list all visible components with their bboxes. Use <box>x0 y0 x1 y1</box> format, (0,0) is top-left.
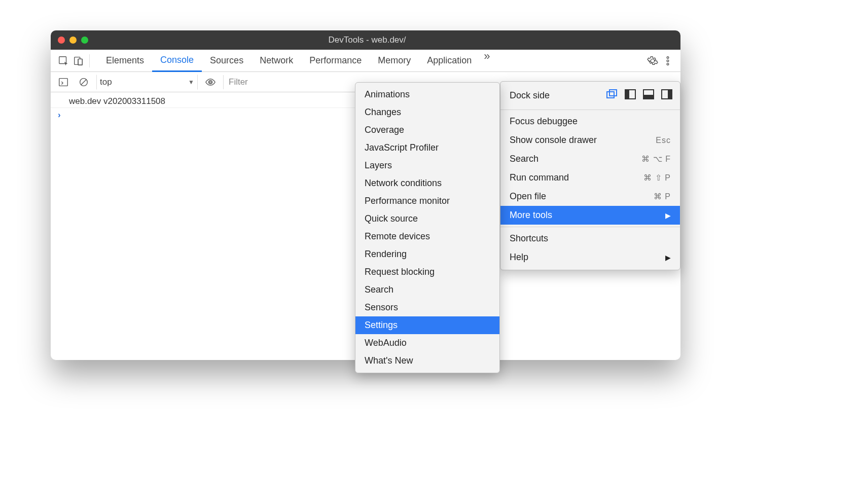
close-window-icon[interactable] <box>58 37 65 44</box>
tab-application[interactable]: Application <box>419 50 480 71</box>
dock-undock-icon[interactable] <box>606 89 618 102</box>
chevron-down-icon: ▼ <box>188 79 194 86</box>
svg-rect-16 <box>643 95 654 99</box>
svg-rect-11 <box>607 92 614 98</box>
dock-left-icon[interactable] <box>624 89 636 102</box>
maximize-window-icon[interactable] <box>81 37 88 44</box>
svg-rect-18 <box>668 90 672 99</box>
svg-rect-2 <box>78 59 82 65</box>
submenu-webaudio[interactable]: WebAudio <box>355 334 499 352</box>
window-title: DevTools - web.dev/ <box>88 35 646 45</box>
submenu-arrow-icon: ▶ <box>665 211 671 220</box>
live-expression-eye-icon[interactable] <box>203 75 218 90</box>
submenu-changes[interactable]: Changes <box>355 103 499 121</box>
submenu-remote-devices[interactable]: Remote devices <box>355 228 499 245</box>
context-selector[interactable]: top ▼ <box>96 75 198 90</box>
device-toolbar-icon[interactable] <box>71 53 86 68</box>
menu-shortcuts[interactable]: Shortcuts <box>500 229 680 248</box>
clear-console-icon[interactable] <box>76 75 91 90</box>
more-tabs-icon[interactable]: » <box>480 50 494 71</box>
tab-memory[interactable]: Memory <box>370 50 419 71</box>
inspect-element-icon[interactable] <box>56 53 71 68</box>
submenu-whats-new[interactable]: What's New <box>355 352 499 370</box>
tab-performance[interactable]: Performance <box>301 50 370 71</box>
divider <box>89 54 90 67</box>
menu-more-tools[interactable]: More tools▶ <box>500 206 680 225</box>
submenu-performance-monitor[interactable]: Performance monitor <box>355 192 499 210</box>
menu-focus-debuggee[interactable]: Focus debuggee <box>500 112 680 131</box>
tab-elements[interactable]: Elements <box>98 50 152 71</box>
dock-right-icon[interactable] <box>661 89 673 102</box>
menu-help[interactable]: Help▶ <box>500 248 680 267</box>
svg-rect-14 <box>625 90 629 99</box>
menu-run-command[interactable]: Run command⌘ ⇧ P <box>500 168 680 187</box>
more-tools-submenu: Animations Changes Coverage JavaScript P… <box>355 82 500 373</box>
svg-point-5 <box>667 60 669 62</box>
menu-separator <box>500 110 680 110</box>
dock-side-label: Dock side <box>510 90 550 101</box>
submenu-sensors[interactable]: Sensors <box>355 299 499 316</box>
tab-console[interactable]: Console <box>152 50 202 72</box>
svg-point-10 <box>209 81 211 83</box>
submenu-search[interactable]: Search <box>355 281 499 299</box>
tab-network[interactable]: Network <box>252 50 301 71</box>
submenu-request-blocking[interactable]: Request blocking <box>355 263 499 281</box>
kebab-menu-icon[interactable] <box>660 53 675 68</box>
submenu-javascript-profiler[interactable]: JavaScript Profiler <box>355 139 499 157</box>
svg-rect-7 <box>59 78 68 86</box>
submenu-arrow-icon: ▶ <box>665 254 671 262</box>
menu-separator <box>500 227 680 227</box>
window-controls <box>58 37 88 44</box>
svg-point-6 <box>667 63 669 65</box>
tab-sources[interactable]: Sources <box>202 50 252 71</box>
main-menu: Dock side Focus debuggee Show console dr… <box>500 81 680 270</box>
menu-search[interactable]: Search⌘ ⌥ F <box>500 150 680 168</box>
submenu-network-conditions[interactable]: Network conditions <box>355 174 499 192</box>
menu-open-file[interactable]: Open file⌘ P <box>500 187 680 206</box>
submenu-quick-source[interactable]: Quick source <box>355 210 499 228</box>
submenu-coverage[interactable]: Coverage <box>355 121 499 139</box>
svg-point-4 <box>667 56 669 58</box>
panel-tabs: Elements Console Sources Network Perform… <box>98 50 494 71</box>
submenu-rendering[interactable]: Rendering <box>355 245 499 263</box>
minimize-window-icon[interactable] <box>69 37 77 44</box>
main-tabbar: Elements Console Sources Network Perform… <box>51 50 680 72</box>
menu-show-console-drawer[interactable]: Show console drawerEsc <box>500 131 680 150</box>
console-sidebar-toggle-icon[interactable] <box>56 75 71 90</box>
context-selector-label: top <box>100 77 112 87</box>
dock-bottom-icon[interactable] <box>642 89 655 102</box>
dock-side-row: Dock side <box>500 85 680 107</box>
svg-rect-12 <box>609 90 617 96</box>
settings-gear-icon[interactable] <box>645 53 660 68</box>
filter-input[interactable] <box>223 75 365 89</box>
titlebar: DevTools - web.dev/ <box>51 30 680 50</box>
submenu-animations[interactable]: Animations <box>355 86 499 103</box>
submenu-layers[interactable]: Layers <box>355 157 499 174</box>
svg-line-9 <box>81 79 87 85</box>
submenu-settings[interactable]: Settings <box>355 316 499 334</box>
